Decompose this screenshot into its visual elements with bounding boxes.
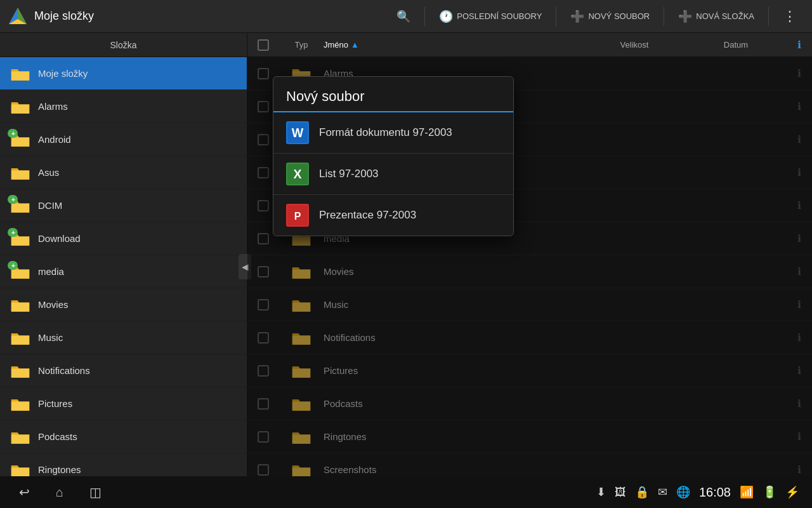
- folder-icon: [10, 98, 30, 115]
- recent-apps-button[interactable]: ◫: [84, 481, 107, 504]
- sidebar-item-alarms[interactable]: Alarms: [0, 90, 247, 123]
- sidebar-item-pictures[interactable]: Pictures: [0, 387, 247, 420]
- typ-col-header: Typ: [279, 40, 324, 50]
- globe-icon: 🌐: [676, 485, 690, 499]
- dialog-option-0[interactable]: W Formát dokumentu 97-2003: [273, 112, 513, 154]
- separator4: [768, 7, 769, 26]
- dialog-option-1[interactable]: X List 97-2003: [273, 154, 513, 195]
- sidebar-item-asus[interactable]: Asus: [0, 156, 247, 189]
- back-button[interactable]: ↩: [13, 481, 36, 504]
- bottom-nav: ↩ ⌂ ◫: [13, 481, 107, 504]
- info-icon: ℹ: [797, 39, 801, 50]
- app-logo: [8, 6, 28, 27]
- more-icon: ⋮: [783, 8, 797, 25]
- word-icon: W: [286, 121, 309, 144]
- sidebar-item-label: Music: [38, 332, 63, 343]
- new-folder-button[interactable]: ➕ NOVÁ SLOŽKA: [671, 6, 762, 27]
- dialog-option-label: Prezentace 97-2003: [319, 209, 416, 222]
- sidebar-item-label: DCIM: [38, 200, 62, 211]
- clock-display: 16:08: [699, 485, 731, 500]
- topbar: Moje složky 🔍 🕐 POSLEDNÍ SOUBORY ➕ NOVÝ …: [0, 0, 812, 33]
- svg-text:X: X: [293, 167, 301, 181]
- svg-text:P: P: [294, 211, 301, 222]
- usb-icon: ⚡: [785, 485, 799, 499]
- file-columns: Typ Jméno ▲ Velikost Datum ℹ: [247, 33, 812, 57]
- folder-icon: [10, 65, 30, 82]
- sidebar-item-label: Alarms: [38, 101, 68, 112]
- dialog-title: Nový soubor: [273, 77, 513, 112]
- folder-plus-badge: +: [9, 228, 18, 237]
- jmeno-col-header: Jméno ▲: [324, 40, 584, 50]
- sidebar-item-label: Moje složky: [38, 68, 88, 79]
- velikost-col-header: Velikost: [584, 40, 685, 50]
- separator2: [556, 7, 556, 26]
- folder-plus-badge: +: [9, 261, 18, 270]
- home-button[interactable]: ⌂: [48, 481, 71, 504]
- status-bar: ⬇ 🖼 🔒 ✉ 🌐 16:08 📶 🔋 ⚡: [596, 485, 799, 500]
- sidebar-item-movies[interactable]: Movies: [0, 288, 247, 321]
- sidebar-item-label: Notifications: [38, 365, 90, 376]
- app-title: Moje složky: [34, 10, 389, 23]
- folder-icon: [10, 462, 30, 477]
- new-folder-label: NOVÁ SLOŽKA: [696, 11, 754, 21]
- sidebar-item-label: Movies: [38, 299, 69, 310]
- recent-apps-icon: ◫: [89, 485, 102, 500]
- new-file-dialog: Nový soubor W Formát dokumentu 97-2003 X…: [273, 76, 514, 236]
- wifi-icon: 📶: [740, 485, 754, 499]
- sidebar-item-music[interactable]: Music: [0, 321, 247, 354]
- dialog-overlay[interactable]: Nový soubor W Formát dokumentu 97-2003 X…: [247, 57, 812, 476]
- sidebar-item-dcim[interactable]: + +DCIM: [0, 189, 247, 222]
- bottombar: ↩ ⌂ ◫ ⬇ 🖼 🔒 ✉ 🌐 16:08 📶 🔋 ⚡: [0, 476, 812, 508]
- folder-icon: [10, 297, 30, 313]
- more-button[interactable]: ⋮: [775, 4, 804, 29]
- sidebar-item-podcasts[interactable]: Podcasts: [0, 420, 247, 453]
- folder-icon: [10, 363, 30, 379]
- folder-plus-icon: ➕: [678, 10, 692, 23]
- image-icon: 🖼: [615, 486, 626, 499]
- folder-icon: + +: [10, 131, 30, 148]
- sidebar-item-label: Download: [38, 233, 81, 244]
- sidebar-item-label: media: [38, 266, 64, 277]
- home-icon: ⌂: [56, 485, 63, 500]
- search-button[interactable]: 🔍: [389, 6, 418, 27]
- email-icon: ✉: [658, 485, 667, 499]
- sidebar-item-label: Pictures: [38, 398, 72, 409]
- folder-icon: [10, 164, 30, 181]
- separator3: [664, 7, 664, 26]
- folder-icon: + +: [10, 264, 30, 280]
- dialog-option-2[interactable]: P Prezentace 97-2003: [273, 195, 513, 236]
- folder-plus-badge: +: [9, 195, 18, 204]
- sidebar-header: Složka: [0, 33, 247, 57]
- dialog-option-label: Formát dokumentu 97-2003: [319, 126, 452, 139]
- sidebar-item-download[interactable]: + +Download: [0, 222, 247, 255]
- check-all-col[interactable]: [247, 39, 279, 51]
- sidebar-item-label: Asus: [38, 167, 59, 178]
- sidebar-item-label: Podcasts: [38, 431, 77, 442]
- back-icon: ↩: [19, 485, 30, 500]
- datum-col-header: Datum: [685, 40, 787, 50]
- folder-plus-badge: +: [9, 129, 18, 138]
- column-headers: Složka Typ Jméno ▲ Velikost Datum ℹ: [0, 33, 812, 57]
- battery-icon: 🔋: [763, 485, 776, 499]
- excel-icon: X: [286, 163, 309, 185]
- folder-icon: [10, 330, 30, 346]
- folder-icon: + +: [10, 197, 30, 214]
- sidebar-item-notifications[interactable]: Notifications: [0, 354, 247, 387]
- separator: [424, 7, 425, 26]
- ppt-icon: P: [286, 204, 309, 227]
- sidebar: Moje složky Alarms+ +Android Asus+ +DCIM…: [0, 57, 247, 476]
- topbar-actions: 🔍 🕐 POSLEDNÍ SOUBORY ➕ NOVÝ SOUBOR ➕ NOV…: [389, 4, 804, 29]
- file-list: Alarms ℹ Android ℹ Asus ℹ: [247, 57, 812, 476]
- folder-icon: [10, 396, 30, 412]
- check-all-checkbox[interactable]: [258, 39, 269, 51]
- sidebar-item-ringtones[interactable]: Ringtones: [0, 453, 247, 476]
- sidebar-item-label: Android: [38, 134, 71, 145]
- recent-files-button[interactable]: 🕐 POSLEDNÍ SOUBORY: [431, 6, 549, 27]
- download-status-icon: ⬇: [596, 485, 606, 499]
- sidebar-item-media[interactable]: + +media: [0, 255, 247, 288]
- sidebar-item-android[interactable]: + +Android: [0, 123, 247, 156]
- sidebar-item-moje složky[interactable]: Moje složky: [0, 57, 247, 90]
- new-file-button[interactable]: ➕ NOVÝ SOUBOR: [563, 6, 657, 27]
- folder-icon: + +: [10, 231, 30, 247]
- folder-icon: [10, 429, 30, 445]
